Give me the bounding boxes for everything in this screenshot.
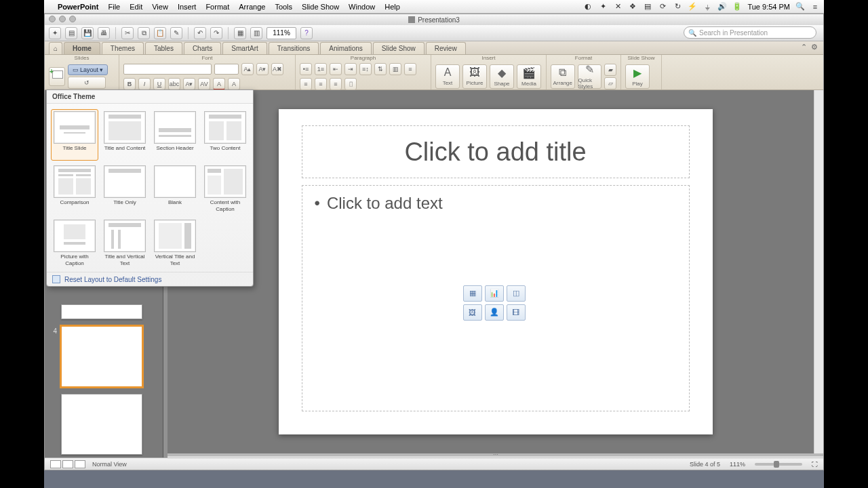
app-menu[interactable]: PowerPoint xyxy=(58,3,99,11)
tab-slideshow[interactable]: Slide Show xyxy=(373,42,425,54)
status-icon[interactable]: ✕ xyxy=(613,2,623,12)
insert-smartart-icon[interactable]: ◫ xyxy=(507,285,526,302)
italic-button[interactable]: I xyxy=(138,78,151,90)
menu-insert[interactable]: Insert xyxy=(178,3,197,11)
copy-button[interactable]: ⧉ xyxy=(138,27,150,39)
layout-option-content-with-caption[interactable]: Content with Caption xyxy=(201,163,249,215)
toolbar-button[interactable]: ▦ xyxy=(234,27,246,39)
layout-option-two-content[interactable]: Two Content xyxy=(201,109,249,161)
quick-styles-button[interactable]: ✎Quick Styles xyxy=(578,64,602,89)
ribbon-collapse-button[interactable]: ⌃ xyxy=(801,43,807,52)
normal-view-button[interactable] xyxy=(50,460,61,468)
menu-view[interactable]: View xyxy=(152,3,168,11)
menu-arrange[interactable]: Arrange xyxy=(239,3,265,11)
underline-button[interactable]: U xyxy=(153,78,165,90)
font-size-combo[interactable] xyxy=(214,64,239,75)
clear-format-button[interactable]: A✖ xyxy=(271,63,283,75)
new-slide-button[interactable] xyxy=(49,67,65,86)
menu-extra-icon[interactable]: ≡ xyxy=(810,2,820,12)
bluetooth-icon[interactable]: ⚡ xyxy=(688,2,697,12)
insert-media-icon[interactable]: 🎞 xyxy=(507,304,526,321)
reset-button[interactable]: ↺ xyxy=(68,77,106,89)
menu-file[interactable]: File xyxy=(108,3,121,11)
vertical-scrollbar[interactable] xyxy=(814,90,823,453)
ribbon-home-icon[interactable]: ⌂ xyxy=(49,42,62,54)
text-direction-button[interactable]: ⇅ xyxy=(374,63,387,75)
arrange-button[interactable]: ⧉Arrange xyxy=(551,64,575,89)
highlight-button[interactable]: A xyxy=(228,78,240,90)
layout-option-title-and-content[interactable]: Title and Content xyxy=(101,109,149,161)
indent-button[interactable]: ⇥ xyxy=(344,63,357,75)
insert-text-button[interactable]: AText xyxy=(435,64,460,89)
menu-window[interactable]: Window xyxy=(349,3,375,11)
paste-button[interactable]: 📋 xyxy=(154,27,166,39)
insert-chart-icon[interactable]: 📊 xyxy=(485,285,504,302)
menubar-clock[interactable]: Tue 9:54 PM xyxy=(747,3,790,11)
fit-to-window-button[interactable]: ⛶ xyxy=(812,461,818,468)
title-placeholder[interactable]: Click to add title xyxy=(302,125,690,178)
slideshow-view-button[interactable] xyxy=(75,460,85,468)
insert-table-icon[interactable]: ▦ xyxy=(463,285,482,302)
content-placeholder[interactable]: Click to add text ▦ 📊 ◫ 🖼 👤 🎞 xyxy=(302,185,690,411)
font-family-combo[interactable] xyxy=(123,64,212,75)
slide-thumbnail[interactable] xyxy=(61,394,142,455)
tab-review[interactable]: Review xyxy=(426,42,466,54)
search-input[interactable]: 🔍 Search in Presentation xyxy=(684,26,816,39)
ribbon-settings-button[interactable]: ⚙ xyxy=(811,43,818,52)
reset-layout-button[interactable]: Reset Layout to Default Settings xyxy=(47,272,253,286)
slide-canvas[interactable]: Click to add title Click to add text ▦ 📊… xyxy=(279,109,713,434)
new-button[interactable]: ✦ xyxy=(49,27,61,39)
undo-button[interactable]: ↶ xyxy=(194,27,206,39)
numbering-button[interactable]: 1≡ xyxy=(315,63,327,75)
status-zoom-value[interactable]: 111% xyxy=(730,461,745,468)
play-button[interactable]: ▶Play xyxy=(625,64,650,89)
layout-option-blank[interactable]: Blank xyxy=(151,163,199,215)
menu-edit[interactable]: Edit xyxy=(130,3,142,11)
layout-option-title-vertical-text[interactable]: Title and Vertical Text xyxy=(101,218,149,269)
toolbar-button[interactable]: ▥ xyxy=(250,27,262,39)
notes-splitter[interactable] xyxy=(167,453,823,456)
columns-button[interactable]: ▥ xyxy=(389,63,401,75)
layout-option-vertical-title-text[interactable]: Vertical Title and Text xyxy=(151,218,199,269)
tab-tables[interactable]: Tables xyxy=(145,42,182,54)
justify-button[interactable]: ≡ xyxy=(330,78,342,90)
insert-clipart-icon[interactable]: 👤 xyxy=(485,304,504,321)
align-right-button[interactable]: ≡ xyxy=(315,78,327,90)
tab-charts[interactable]: Charts xyxy=(184,42,221,54)
layout-button[interactable]: ▭Layout▾ xyxy=(68,64,108,75)
layout-option-section-header[interactable]: Section Header xyxy=(151,109,199,161)
font-effects-button[interactable]: A▾ xyxy=(183,78,195,90)
align-text-button[interactable]: ⌷ xyxy=(344,78,357,90)
menu-tools[interactable]: Tools xyxy=(275,3,292,11)
align-left-button[interactable]: ≡ xyxy=(404,63,416,75)
status-icon[interactable]: ⟳ xyxy=(658,2,667,12)
menu-help[interactable]: Help xyxy=(384,3,400,11)
insert-picture-button[interactable]: 🖼Picture xyxy=(462,64,487,89)
bold-button[interactable]: B xyxy=(123,78,136,90)
help-button[interactable]: ? xyxy=(300,27,313,39)
insert-shape-button[interactable]: ◆Shape xyxy=(490,64,514,89)
strike-button[interactable]: abc xyxy=(168,78,180,90)
slide-thumbnail[interactable] xyxy=(61,326,142,387)
status-icon[interactable]: ◐ xyxy=(583,2,593,12)
slide-editor[interactable]: Click to add title Click to add text ▦ 📊… xyxy=(167,90,823,453)
save-button[interactable]: 💾 xyxy=(81,27,94,39)
bullets-button[interactable]: •≡ xyxy=(300,63,312,75)
cut-button[interactable]: ✂ xyxy=(121,27,134,39)
close-button[interactable] xyxy=(49,16,56,22)
print-button[interactable]: 🖶 xyxy=(98,27,110,39)
volume-icon[interactable]: 🔊 xyxy=(717,2,727,12)
status-icon[interactable]: ▤ xyxy=(643,2,652,12)
grow-font-button[interactable]: A▴ xyxy=(241,63,254,75)
sorter-view-button[interactable] xyxy=(62,460,73,468)
tab-smartart[interactable]: SmartArt xyxy=(222,42,267,54)
redo-button[interactable]: ↷ xyxy=(210,27,222,39)
layout-option-comparison[interactable]: Comparison xyxy=(51,163,98,215)
minimize-button[interactable] xyxy=(59,16,66,22)
shape-fill-button[interactable]: ▰ xyxy=(604,64,616,76)
shape-line-button[interactable]: ▱ xyxy=(604,77,616,89)
battery-icon[interactable]: 🔋 xyxy=(732,2,742,12)
status-icon[interactable]: ❖ xyxy=(628,2,637,12)
tab-home[interactable]: Home xyxy=(64,42,100,54)
layout-option-title-only[interactable]: Title Only xyxy=(101,163,149,215)
